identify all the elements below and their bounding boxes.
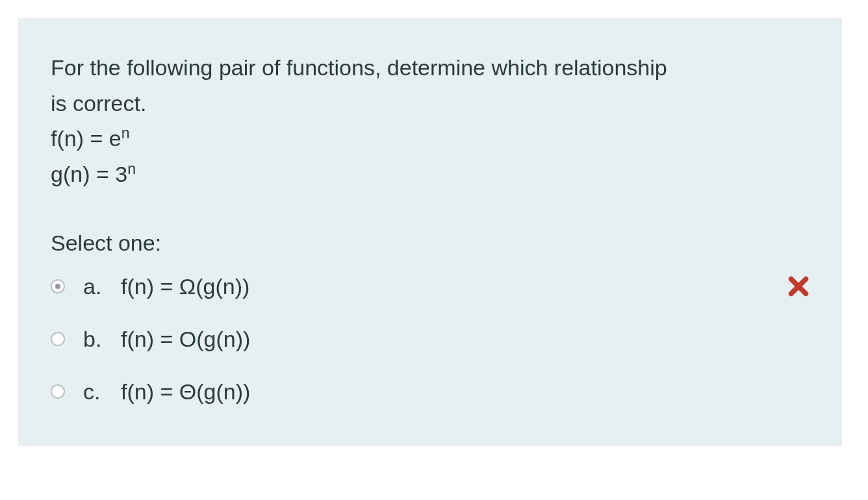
option-letter: b. xyxy=(83,327,121,352)
question-prompt-line2: is correct. xyxy=(51,86,810,121)
question-fn: f(n) = en xyxy=(51,121,810,156)
option-text: f(n) = Ω(g(n)) xyxy=(121,274,774,299)
wrong-icon xyxy=(787,275,810,297)
option-letter: a. xyxy=(83,274,121,299)
question-panel: For the following pair of functions, det… xyxy=(18,18,842,446)
radio-a[interactable] xyxy=(51,279,65,294)
option-c[interactable]: c. f(n) = Θ(g(n)) xyxy=(51,379,810,405)
option-text: f(n) = O(g(n)) xyxy=(121,327,810,352)
option-text: f(n) = Θ(g(n)) xyxy=(121,379,810,405)
option-b[interactable]: b. f(n) = O(g(n)) xyxy=(51,327,810,352)
radio-b[interactable] xyxy=(51,332,65,346)
question-prompt-line1: For the following pair of functions, det… xyxy=(51,51,810,85)
option-letter: c. xyxy=(83,379,121,405)
options-list: a. f(n) = Ω(g(n)) b. f(n) = O(g(n)) c. f… xyxy=(51,274,810,407)
select-one-label: Select one: xyxy=(51,231,810,256)
radio-c[interactable] xyxy=(51,384,65,399)
question-text: For the following pair of functions, det… xyxy=(51,51,810,192)
option-a[interactable]: a. f(n) = Ω(g(n)) xyxy=(51,274,810,299)
question-gn: g(n) = 3n xyxy=(51,157,810,192)
